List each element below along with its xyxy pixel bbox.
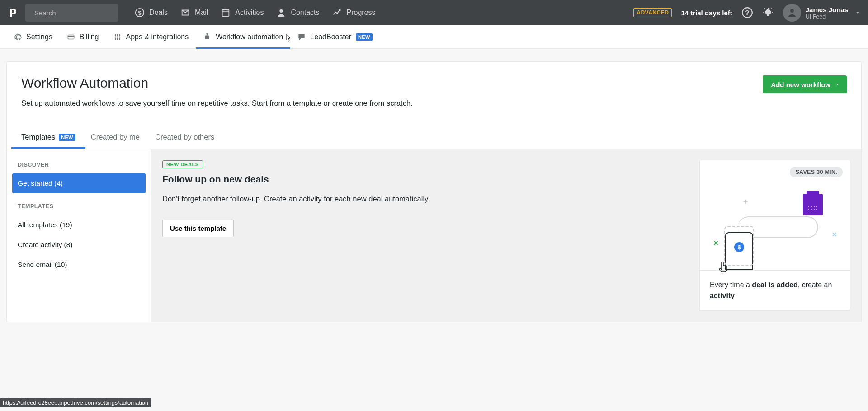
nav-mail[interactable]: Mail xyxy=(180,8,208,18)
svg-rect-17 xyxy=(68,35,74,39)
svg-point-16 xyxy=(790,9,794,13)
svg-point-9 xyxy=(765,10,770,15)
sidebar-head-discover: DISCOVER xyxy=(12,160,146,173)
nav-activities-label: Activities xyxy=(235,9,264,17)
page-title: Workflow Automation xyxy=(21,75,413,91)
sub-nav: Settings Billing Apps & integrations Wor… xyxy=(0,25,868,49)
nav-contacts-label: Contacts xyxy=(291,9,319,17)
trial-text[interactable]: 14 trial days left xyxy=(681,9,732,17)
x-blue-icon: ✕ xyxy=(832,231,837,238)
template-detail: NEW DEALS Follow up on new deals Don't f… xyxy=(151,149,861,322)
user-name: James Jonas xyxy=(806,6,848,14)
subnav-apps-label: Apps & integrations xyxy=(126,33,189,41)
svg-rect-2 xyxy=(222,10,229,17)
nav-progress-label: Progress xyxy=(347,9,376,17)
illustration: + ✕ ✕ $ xyxy=(700,160,850,270)
tab-created-me-label: Created by me xyxy=(91,133,140,141)
svg-text:$: $ xyxy=(138,9,141,16)
subnav-workflow[interactable]: Workflow automation xyxy=(203,25,283,49)
svg-rect-25 xyxy=(115,38,116,40)
calendar-icon xyxy=(221,8,231,18)
template-category-badge: NEW DEALS xyxy=(162,160,203,168)
subnav-billing[interactable]: Billing xyxy=(67,25,99,49)
top-nav: $ Deals Mail Activities Contacts Progres… xyxy=(0,0,868,25)
chat-icon xyxy=(297,33,306,41)
page-desc: Set up automated workflows to save yours… xyxy=(21,99,413,107)
subnav-leadbooster-label: LeadBooster xyxy=(310,33,351,41)
advanced-badge: ADVANCED xyxy=(633,8,672,17)
user-menu[interactable]: James Jonas UI Feed xyxy=(783,4,861,22)
use-template-button[interactable]: Use this template xyxy=(162,220,234,237)
template-desc: Don't forget another follow-up. Create a… xyxy=(162,195,689,203)
logo[interactable] xyxy=(7,7,18,18)
robot-icon xyxy=(203,33,211,41)
nav-deals[interactable]: $ Deals xyxy=(135,8,168,18)
templates-sidebar: DISCOVER Get started (4) TEMPLATES All t… xyxy=(7,149,151,322)
subnav-settings[interactable]: Settings xyxy=(14,25,52,49)
help-icon[interactable]: ? xyxy=(741,7,753,19)
svg-rect-20 xyxy=(117,34,118,36)
panel: Workflow Automation Set up automated wor… xyxy=(6,61,862,322)
caret-down-icon xyxy=(835,82,840,87)
bulb-icon[interactable] xyxy=(762,7,774,19)
svg-point-30 xyxy=(208,37,208,38)
gear-icon xyxy=(14,33,22,41)
apps-icon xyxy=(113,33,122,41)
search-box[interactable] xyxy=(25,4,118,22)
svg-rect-22 xyxy=(115,36,116,37)
nav-progress[interactable]: Progress xyxy=(332,8,376,18)
template-preview: SAVES 30 MIN. + ✕ ✕ $ xyxy=(699,160,850,311)
subnav-apps[interactable]: Apps & integrations xyxy=(113,25,189,49)
sidebar-item-all[interactable]: All templates (19) xyxy=(12,215,146,235)
tab-created-others-label: Created by others xyxy=(155,133,214,141)
svg-point-29 xyxy=(206,37,207,38)
tab-created-me[interactable]: Created by me xyxy=(91,133,140,149)
subnav-leadbooster[interactable]: LeadBooster NEW xyxy=(297,25,372,49)
svg-line-14 xyxy=(771,9,772,9)
card-icon xyxy=(67,33,75,41)
x-green-icon: ✕ xyxy=(713,239,719,247)
new-badge: NEW xyxy=(356,33,373,41)
user-sub: UI Feed xyxy=(806,14,848,20)
nav-deals-label: Deals xyxy=(149,9,168,17)
search-input[interactable] xyxy=(34,9,120,17)
subnav-workflow-label: Workflow automation xyxy=(216,33,283,41)
add-workflow-label: Add new workflow xyxy=(771,81,830,89)
nav-contacts[interactable]: Contacts xyxy=(276,8,319,18)
sidebar-head-templates: TEMPLATES xyxy=(12,201,146,215)
svg-rect-19 xyxy=(115,34,116,36)
tab-templates-badge: NEW xyxy=(59,134,75,141)
svg-rect-27 xyxy=(119,38,120,40)
svg-text:?: ? xyxy=(745,9,749,16)
dollar-icon: $ xyxy=(135,8,145,18)
svg-rect-28 xyxy=(205,36,209,39)
svg-rect-26 xyxy=(117,38,118,40)
chevron-down-icon xyxy=(854,9,861,16)
dollar-dot-icon: $ xyxy=(734,242,744,252)
svg-point-32 xyxy=(207,33,208,34)
tab-templates-label: Templates xyxy=(21,133,55,141)
svg-rect-21 xyxy=(119,34,120,36)
sidebar-item-create-activity[interactable]: Create activity (8) xyxy=(12,235,146,255)
hand-icon xyxy=(718,259,729,273)
sidebar-item-get-started[interactable]: Get started (4) xyxy=(12,173,146,193)
subnav-settings-label: Settings xyxy=(26,33,52,41)
svg-point-6 xyxy=(280,9,283,13)
tab-templates[interactable]: Templates NEW xyxy=(21,133,75,149)
card-illus: $ xyxy=(725,232,753,270)
nav-mail-label: Mail xyxy=(195,9,208,17)
tab-created-others[interactable]: Created by others xyxy=(155,133,214,149)
avatar xyxy=(783,4,801,22)
add-workflow-button[interactable]: Add new workflow xyxy=(763,75,847,93)
calendar-illus-icon xyxy=(803,194,823,215)
subnav-billing-label: Billing xyxy=(80,33,99,41)
nav-activities[interactable]: Activities xyxy=(221,8,264,18)
person-icon xyxy=(276,8,286,18)
tabs: Templates NEW Created by me Created by o… xyxy=(7,133,861,149)
svg-rect-23 xyxy=(117,36,118,37)
svg-line-13 xyxy=(764,9,765,9)
plus-icon: + xyxy=(743,197,748,207)
sidebar-item-send-email[interactable]: Send email (10) xyxy=(12,255,146,275)
preview-text: Every time a deal is added, create an ac… xyxy=(700,271,850,310)
template-title: Follow up on new deals xyxy=(162,174,689,185)
